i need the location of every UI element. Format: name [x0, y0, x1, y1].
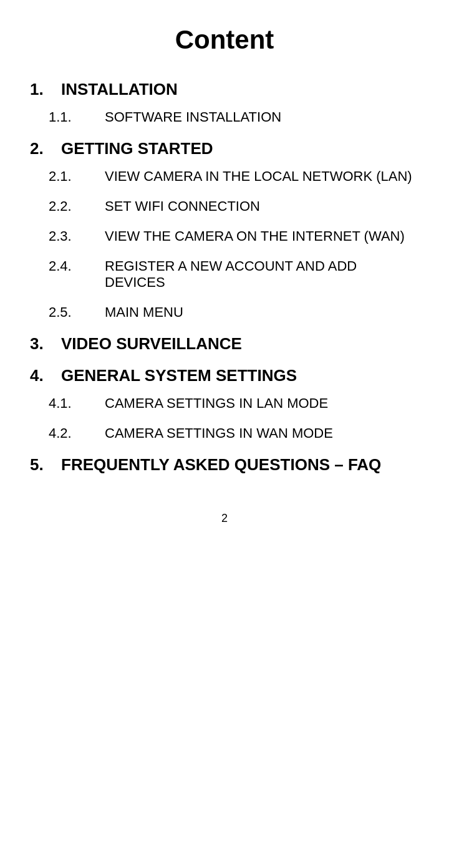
toc-sub-item: 2.1.VIEW CAMERA IN THE LOCAL NETWORK (LA… [49, 168, 419, 185]
toc-sub-item: 2.2.SET WIFI CONNECTION [49, 198, 419, 215]
toc-main-number: 5. [30, 455, 61, 475]
toc-sub-number: 1.1. [49, 109, 105, 125]
page-number: 2 [30, 512, 419, 525]
toc-sub-item: 2.5.MAIN MENU [49, 304, 419, 321]
toc-main-label: VIDEO SURVEILLANCE [61, 334, 242, 354]
toc-sub-number: 2.2. [49, 198, 105, 215]
toc-sub-number: 2.3. [49, 228, 105, 244]
toc-sub-number: 4.2. [49, 425, 105, 441]
toc-main-item: 4.GENERAL SYSTEM SETTINGS [30, 366, 419, 385]
toc-main-label: GENERAL SYSTEM SETTINGS [61, 366, 297, 385]
toc-main-number: 2. [30, 139, 61, 158]
toc-sub-number: 2.5. [49, 304, 105, 321]
toc-sub-label: VIEW CAMERA IN THE LOCAL NETWORK (LAN) [105, 168, 412, 185]
toc-sub-label: VIEW THE CAMERA ON THE INTERNET (WAN) [105, 228, 405, 244]
toc-sub-label: REGISTER A NEW ACCOUNT AND ADD DEVICES [105, 258, 419, 291]
toc-sub-item: 4.1.CAMERA SETTINGS IN LAN MODE [49, 395, 419, 412]
toc-sub-item: 1.1.SOFTWARE INSTALLATION [49, 109, 419, 125]
toc-sub-label: CAMERA SETTINGS IN LAN MODE [105, 395, 328, 412]
toc-main-item: 5.FREQUENTLY ASKED QUESTIONS – FAQ [30, 455, 419, 475]
toc-main-label: INSTALLATION [61, 80, 178, 99]
toc-main-number: 1. [30, 80, 61, 99]
toc-sub-label: SOFTWARE INSTALLATION [105, 109, 281, 125]
toc-sub-number: 4.1. [49, 395, 105, 412]
toc-main-label: GETTING STARTED [61, 139, 213, 158]
toc-main-number: 3. [30, 334, 61, 354]
toc-sub-number: 2.4. [49, 258, 105, 274]
toc-main-number: 4. [30, 366, 61, 385]
toc-sub-item: 2.4.REGISTER A NEW ACCOUNT AND ADD DEVIC… [49, 258, 419, 291]
toc-sub-item: 2.3.VIEW THE CAMERA ON THE INTERNET (WAN… [49, 228, 419, 244]
toc-sub-label: SET WIFI CONNECTION [105, 198, 260, 215]
table-of-contents: 1.INSTALLATION1.1.SOFTWARE INSTALLATION2… [30, 80, 419, 475]
toc-main-item: 2.GETTING STARTED [30, 139, 419, 158]
toc-main-label: FREQUENTLY ASKED QUESTIONS – FAQ [61, 455, 381, 475]
toc-main-item: 3.VIDEO SURVEILLANCE [30, 334, 419, 354]
toc-sub-label: CAMERA SETTINGS IN WAN MODE [105, 425, 333, 441]
page-title: Content [30, 25, 419, 55]
toc-main-item: 1.INSTALLATION [30, 80, 419, 99]
toc-sub-number: 2.1. [49, 168, 105, 185]
toc-sub-label: MAIN MENU [105, 304, 183, 321]
toc-sub-item: 4.2.CAMERA SETTINGS IN WAN MODE [49, 425, 419, 441]
